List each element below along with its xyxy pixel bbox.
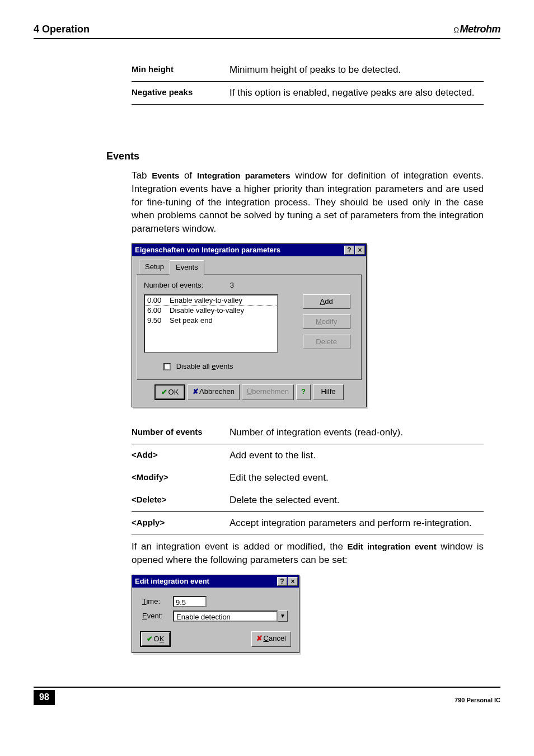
edit-integration-event-dialog: Edit integration event ? × Time: 9.5 Eve… [132, 575, 299, 653]
modify-button[interactable]: Modify [303, 314, 350, 329]
param-row: <Delete> Delete the selected event. [132, 489, 484, 512]
x-icon: ✘ [256, 634, 263, 642]
ok-button[interactable]: ✔OK [154, 384, 185, 400]
close-icon[interactable]: × [355, 246, 365, 255]
param-desc: Accept integration parameters and perfor… [229, 516, 484, 530]
page-footer: 98 790 Personal IC [34, 687, 500, 705]
events-tab-panel: Number of events: 3 0.00 Enable valley-t… [137, 275, 362, 380]
param-desc: Edit the selected event. [229, 471, 484, 485]
event-label: Event: [142, 611, 173, 621]
param-desc: Add event to the list. [229, 449, 484, 462]
event-combo-value: Enable detection [173, 611, 278, 622]
brand-logo: ΩMetrohm [453, 22, 500, 36]
disable-all-label: Disable all events [176, 362, 233, 370]
param-row: Number of events Number of integration e… [132, 421, 484, 444]
param-label: <Add> [132, 449, 229, 462]
close-icon[interactable]: × [288, 577, 298, 586]
help-icon[interactable]: ? [344, 246, 354, 255]
check-icon: ✔ [147, 635, 153, 643]
question-icon: ? [301, 387, 306, 396]
edit-event-note: If an integration event is added or modi… [132, 540, 484, 567]
integration-params-dialog: Eigenschaften von Integration parameters… [132, 243, 367, 408]
cancel-button[interactable]: ✘Cancel [251, 631, 291, 647]
event-combobox[interactable]: Enable detection ▼ [173, 611, 288, 622]
param-desc: Minimum height of peaks to be detected. [229, 63, 484, 77]
delete-button[interactable]: Delete [303, 335, 350, 349]
apply-button[interactable]: Übernehmen [242, 384, 294, 400]
param-table-bottom: Number of events Number of integration e… [132, 421, 484, 534]
help-icon[interactable]: ? [277, 577, 287, 586]
param-label: Min height [132, 63, 229, 77]
help-button[interactable]: Hilfe [313, 384, 344, 400]
num-events-row: Number of events: 3 [144, 280, 354, 290]
omega-icon: Ω [453, 26, 458, 34]
add-button[interactable]: Add [303, 294, 350, 309]
x-icon: ✘ [193, 387, 199, 396]
num-events-label: Number of events: [144, 280, 228, 290]
disable-all-row[interactable]: Disable all events [144, 361, 354, 372]
time-label: Time: [142, 597, 173, 607]
param-label: <Delete> [132, 494, 229, 507]
cancel-button[interactable]: ✘Abbrechen [188, 384, 240, 400]
checkbox-icon[interactable] [163, 363, 171, 370]
chapter-title: 4 Operation [34, 22, 90, 36]
list-item[interactable]: 6.00 Disable valley-to-valley [145, 306, 277, 316]
dialog-title: Eigenschaften von Integration parameters [135, 245, 344, 255]
doc-title: 790 Personal IC [455, 696, 500, 705]
section-heading-events: Events [106, 149, 500, 163]
ok-button[interactable]: ✔OK [140, 631, 171, 647]
param-row: Min height Minimum height of peaks to be… [132, 59, 484, 82]
list-item[interactable]: 0.00 Enable valley-to-valley [145, 295, 277, 306]
dialog-titlebar: Eigenschaften von Integration parameters… [132, 244, 366, 256]
param-row: <Modify> Edit the selected event. [132, 467, 484, 489]
chevron-down-icon[interactable]: ▼ [278, 611, 288, 622]
param-row: <Add> Add event to the list. [132, 444, 484, 467]
dialog-button-bar: ✔OK ✘Abbrechen Übernehmen ? Hilfe [137, 380, 362, 401]
tab-setup[interactable]: Setup [139, 260, 170, 274]
time-input[interactable]: 9.5 [173, 596, 207, 607]
param-label: Negative peaks [132, 86, 229, 100]
list-item[interactable]: 9.50 Set peak end [145, 316, 277, 326]
check-icon: ✔ [161, 388, 167, 396]
param-row: <Apply> Accept integration parameters an… [132, 512, 484, 535]
page-header: 4 Operation ΩMetrohm [34, 22, 500, 39]
dialog-titlebar: Edit integration event ? × [132, 575, 299, 588]
tab-events[interactable]: Events [170, 260, 204, 275]
num-events-value: 3 [230, 281, 234, 289]
events-listbox[interactable]: 0.00 Enable valley-to-valley 6.00 Disabl… [144, 294, 278, 353]
param-label: <Apply> [132, 516, 229, 530]
page-number: 98 [34, 690, 55, 705]
param-desc: Delete the selected event. [229, 494, 484, 507]
context-help-button[interactable]: ? [296, 384, 311, 400]
param-table-top: Min height Minimum height of peaks to be… [132, 59, 484, 105]
events-intro-text: Tab Events of Integration parameters win… [132, 169, 484, 236]
param-desc: If this option is enabled, negative peak… [229, 86, 484, 100]
tab-row: Setup Events [137, 260, 362, 275]
param-label: <Modify> [132, 471, 229, 485]
param-desc: Number of integration events (read-only)… [229, 426, 484, 439]
param-label: Number of events [132, 426, 229, 439]
dialog-title: Edit integration event [135, 576, 277, 586]
param-row: Negative peaks If this option is enabled… [132, 82, 484, 105]
